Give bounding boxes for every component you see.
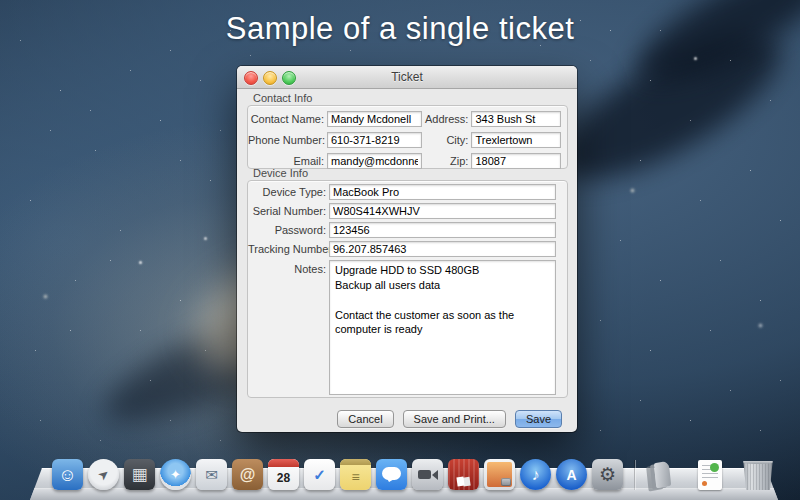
serial-number-input[interactable] <box>329 203 556 219</box>
password-input[interactable] <box>329 222 556 238</box>
tracking-number-input[interactable] <box>329 241 556 257</box>
device-info-section-title: Device Info <box>253 167 308 179</box>
device-info-group: Device Type: Serial Number: Password: Tr… <box>247 180 568 398</box>
zip-label: Zip: <box>425 155 468 167</box>
reminders-icon[interactable]: ✓ <box>304 459 335 490</box>
notes-textarea[interactable]: Upgrade HDD to SSD 480GB Backup all user… <box>329 260 556 395</box>
city-label: City: <box>425 134 468 146</box>
password-label: Password: <box>248 222 326 238</box>
button-row: Cancel Save and Print... Save <box>337 410 562 428</box>
launchpad-icon[interactable]: ➤ <box>88 459 119 490</box>
contacts-icon[interactable]: @ <box>232 459 263 490</box>
contact-name-label: Contact Name: <box>248 113 324 125</box>
window-titlebar[interactable]: Ticket <box>237 66 577 89</box>
phone-number-input[interactable] <box>327 132 422 148</box>
window-title: Ticket <box>237 66 577 88</box>
cancel-button[interactable]: Cancel <box>337 410 393 428</box>
system-preferences-icon[interactable]: ⚙ <box>592 459 623 490</box>
contact-name-input[interactable] <box>327 111 422 127</box>
calendar-icon[interactable]: 28 <box>268 459 299 490</box>
contact-info-section-title: Contact Info <box>253 92 312 104</box>
address-label: Address: <box>425 113 468 125</box>
screenshot-caption: Sample of a single ticket <box>0 11 800 47</box>
contact-info-group: Contact Name: Address: Phone Number: Cit… <box>247 105 568 169</box>
notes-label: Notes: <box>248 260 326 276</box>
serial-number-label: Serial Number: <box>248 203 326 219</box>
itunes-icon[interactable]: ♪ <box>520 459 551 490</box>
dock-items: ☺ ➤ ▦ ✦ ✉ @ 28 ✓ ≡ ♪ A ⚙ <box>52 459 775 490</box>
notes-app-icon[interactable]: ≡ <box>340 459 371 490</box>
address-input[interactable] <box>471 111 561 127</box>
city-input[interactable] <box>471 132 561 148</box>
messages-icon[interactable] <box>376 459 407 490</box>
save-and-print-button[interactable]: Save and Print... <box>403 410 506 428</box>
mail-icon[interactable]: ✉ <box>196 459 227 490</box>
phone-number-label: Phone Number: <box>248 134 324 146</box>
device-type-input[interactable] <box>329 184 556 200</box>
zip-input[interactable] <box>471 153 561 169</box>
photo-booth-icon[interactable] <box>448 459 479 490</box>
iphoto-icon[interactable] <box>484 459 515 490</box>
dock: ☺ ➤ ▦ ✦ ✉ @ 28 ✓ ≡ ♪ A ⚙ <box>0 450 800 500</box>
bright-stars <box>0 0 1 1</box>
mission-control-icon[interactable]: ▦ <box>124 459 155 490</box>
save-button[interactable]: Save <box>515 410 562 428</box>
device-type-label: Device Type: <box>248 184 326 200</box>
finder-icon[interactable]: ☺ <box>52 459 83 490</box>
tracking-number-label: Tracking Number: <box>248 241 326 257</box>
trash-icon[interactable] <box>741 461 775 490</box>
safari-icon[interactable]: ✦ <box>160 459 191 490</box>
dock-separator <box>634 460 635 490</box>
email-label: Email: <box>248 155 324 167</box>
ticket-window: Ticket Contact Info Contact Name: Addres… <box>237 66 577 432</box>
documents-stack-icon[interactable] <box>646 459 677 490</box>
ticket-document-icon[interactable] <box>698 460 722 490</box>
app-store-icon[interactable]: A <box>556 459 587 490</box>
email-input[interactable] <box>327 153 422 169</box>
facetime-icon[interactable] <box>412 459 443 490</box>
